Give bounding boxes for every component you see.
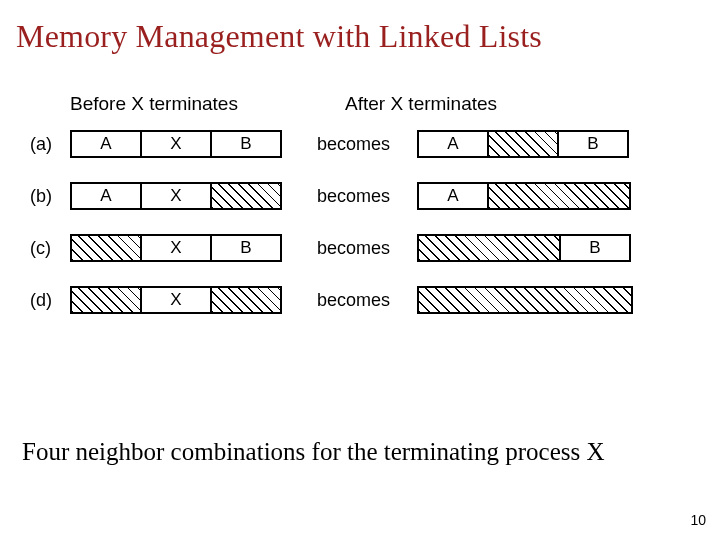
process-block: A [417,130,489,158]
free-block [417,286,633,314]
row-label: (c) [30,238,70,259]
header-spacer [30,93,70,115]
free-block [70,286,142,314]
header-after: After X terminates [345,93,690,115]
free-block [210,182,282,210]
after-blocks: AB [417,130,629,158]
before-blocks: XB [70,234,305,262]
free-block [70,234,142,262]
free-block [487,182,631,210]
after-blocks: A [417,182,631,210]
process-block: B [210,234,282,262]
slide-title: Memory Management with Linked Lists [0,0,720,55]
process-block: A [70,130,142,158]
process-block: A [417,182,489,210]
free-block [487,130,559,158]
process-block: B [559,234,631,262]
becomes-label: becomes [305,290,417,311]
after-blocks: B [417,234,631,262]
diagram-row: (a)AXBbecomesAB [30,129,690,159]
row-label: (d) [30,290,70,311]
process-block: X [140,286,212,314]
rows-container: (a)AXBbecomesAB(b)AXbecomesA(c)XBbecomes… [30,129,690,315]
diagram-row: (d)Xbecomes [30,285,690,315]
after-blocks [417,286,633,314]
process-block: X [140,130,212,158]
free-block [210,286,282,314]
process-block: A [70,182,142,210]
process-block: X [140,234,212,262]
becomes-label: becomes [305,186,417,207]
row-label: (a) [30,134,70,155]
process-block: X [140,182,212,210]
memory-diagram: Before X terminates After X terminates (… [0,93,720,315]
diagram-row: (c)XBbecomesB [30,233,690,263]
becomes-label: becomes [305,134,417,155]
free-block [417,234,561,262]
row-label: (b) [30,186,70,207]
process-block: B [210,130,282,158]
page-number: 10 [690,512,706,528]
header-before: Before X terminates [70,93,345,115]
column-headers: Before X terminates After X terminates [30,93,690,115]
slide-caption: Four neighbor combinations for the termi… [0,438,720,466]
diagram-row: (b)AXbecomesA [30,181,690,211]
becomes-label: becomes [305,238,417,259]
before-blocks: AX [70,182,305,210]
process-block: B [557,130,629,158]
before-blocks: X [70,286,305,314]
before-blocks: AXB [70,130,305,158]
